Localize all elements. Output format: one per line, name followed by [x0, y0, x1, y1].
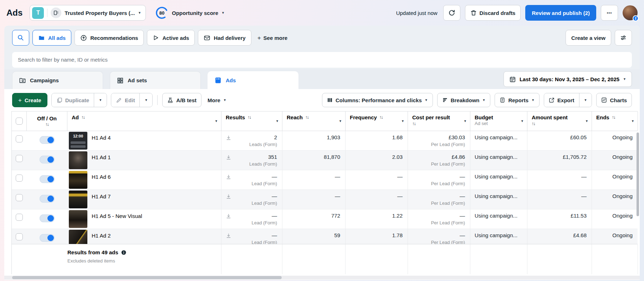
- see-more-button[interactable]: + See more: [257, 35, 287, 41]
- charts-button[interactable]: Charts: [596, 93, 632, 107]
- ad-thumbnail[interactable]: [69, 191, 87, 208]
- column-menu-caret[interactable]: ▼: [339, 120, 342, 123]
- column-header-ends[interactable]: Ends ↑↓ ▼: [592, 111, 638, 131]
- ad-thumbnail[interactable]: 12:00: [69, 132, 87, 150]
- info-icon[interactable]: [121, 250, 127, 255]
- ab-test-button[interactable]: A/B test: [162, 93, 201, 107]
- row-checkbox[interactable]: [16, 175, 23, 182]
- filter-chip-had-delivery[interactable]: Had delivery: [198, 30, 251, 46]
- filter-chip-active-ads[interactable]: Active ads: [147, 30, 195, 46]
- ad-thumbnail[interactable]: [69, 230, 87, 244]
- column-menu-caret[interactable]: ▼: [276, 120, 279, 123]
- budget-value[interactable]: Using campaign...: [475, 232, 522, 239]
- ad-name[interactable]: H1 Ad 2: [92, 230, 111, 239]
- horizontal-scrollbar[interactable]: [12, 276, 282, 279]
- ad-thumbnail[interactable]: [69, 151, 87, 169]
- reports-button[interactable]: Reports ▼: [495, 93, 540, 107]
- row-checkbox[interactable]: [16, 155, 23, 162]
- row-checkbox[interactable]: [16, 135, 23, 142]
- row-checkbox[interactable]: [16, 233, 23, 240]
- sort-icon[interactable]: ↑↓: [379, 114, 383, 120]
- edit-button[interactable]: Edit: [111, 93, 139, 107]
- budget-value[interactable]: Using campaign...: [475, 212, 522, 219]
- sort-icon[interactable]: ↑↓: [305, 114, 308, 120]
- budget-value[interactable]: Using campaign...: [475, 153, 522, 161]
- ad-on-off-toggle[interactable]: [40, 234, 55, 242]
- download-results-icon[interactable]: [226, 173, 231, 180]
- sort-icon[interactable]: ↑↓: [247, 114, 251, 120]
- column-header-ad[interactable]: Ad ↑↓ ▼: [67, 111, 221, 131]
- duplicate-button[interactable]: Duplicate: [52, 93, 94, 107]
- column-header-budget[interactable]: Budget Ad set ▼: [470, 111, 527, 131]
- column-menu-caret[interactable]: ▼: [464, 120, 467, 123]
- cost-per-result-value: —: [412, 212, 465, 219]
- discard-drafts-button[interactable]: Discard drafts: [465, 5, 521, 21]
- sort-icon[interactable]: ↑↓: [412, 121, 415, 126]
- column-menu-caret[interactable]: ▼: [631, 120, 634, 123]
- tab-ads[interactable]: Ads: [208, 71, 298, 89]
- column-menu-caret[interactable]: ▼: [585, 120, 588, 123]
- column-header-frequency[interactable]: Frequency ↑↓ ▼: [346, 111, 408, 131]
- tab-ad-sets[interactable]: Ad sets: [110, 71, 201, 89]
- edit-caret-button[interactable]: ▼: [139, 93, 152, 107]
- columns-button[interactable]: Columns: Performance and clicks ▼: [322, 93, 433, 107]
- ad-on-off-toggle[interactable]: [40, 156, 55, 163]
- sort-icon[interactable]: ↑↓: [81, 114, 85, 120]
- sort-icon[interactable]: ↑↓: [532, 121, 535, 126]
- ad-on-off-toggle[interactable]: [40, 214, 55, 222]
- ad-thumbnail[interactable]: [69, 210, 87, 228]
- ad-on-off-toggle[interactable]: [40, 175, 55, 183]
- ad-name[interactable]: H1 Ad 5 - New Visual: [92, 210, 142, 219]
- budget-value[interactable]: Using campaign...: [475, 134, 522, 141]
- sort-icon[interactable]: ↑↓: [612, 114, 615, 120]
- column-menu-caret[interactable]: ▼: [521, 120, 524, 123]
- column-header-results[interactable]: Results ↑↓ ▼: [221, 111, 282, 131]
- row-checkbox[interactable]: [16, 194, 23, 201]
- ad-on-off-toggle[interactable]: [40, 195, 55, 203]
- column-menu-caret[interactable]: ▼: [215, 120, 218, 123]
- download-results-icon[interactable]: [226, 232, 231, 239]
- view-settings-button[interactable]: [615, 30, 632, 46]
- opportunity-score-menu[interactable]: 80 Opportunity score ▼: [155, 6, 225, 20]
- export-caret-button[interactable]: ▼: [579, 93, 592, 107]
- review-and-publish-button[interactable]: Review and publish (2): [525, 5, 596, 21]
- ad-name[interactable]: H1 Ad 6: [92, 171, 111, 180]
- filter-chip-recommendations[interactable]: Recommendations: [75, 30, 144, 46]
- ad-on-off-toggle[interactable]: [40, 136, 55, 144]
- filter-chip-all-ads[interactable]: All ads: [32, 30, 71, 46]
- column-header-off-on[interactable]: Off / On ↑↓: [27, 111, 67, 131]
- download-results-icon[interactable]: [226, 134, 231, 141]
- ad-name[interactable]: H1 Ad 7: [92, 191, 111, 199]
- column-header-reach[interactable]: Reach ↑↓ ▼: [282, 111, 346, 131]
- ad-name[interactable]: H1 Ad 4: [92, 132, 111, 141]
- column-header-cost-per-result[interactable]: Cost per result ↑↓ ▼: [408, 111, 470, 131]
- download-results-icon[interactable]: [226, 193, 231, 199]
- breakdown-button[interactable]: Breakdown ▼: [437, 93, 491, 107]
- user-avatar[interactable]: f: [623, 5, 638, 20]
- duplicate-caret-button[interactable]: ▼: [94, 93, 107, 107]
- create-a-view-button[interactable]: Create a view: [566, 30, 611, 46]
- tab-campaigns[interactable]: Campaigns: [12, 71, 103, 89]
- search-input[interactable]: [12, 52, 632, 68]
- search-filter-button[interactable]: [12, 30, 29, 46]
- account-selector[interactable]: T Trusted Property Buyers (... ▼: [30, 5, 146, 21]
- sort-icon[interactable]: ↑↓: [45, 121, 48, 127]
- refresh-button[interactable]: [443, 5, 460, 21]
- column-menu-caret[interactable]: ▼: [401, 120, 404, 123]
- select-all-checkbox[interactable]: [16, 118, 23, 125]
- budget-value[interactable]: Using campaign...: [475, 193, 522, 200]
- more-options-button[interactable]: •••: [601, 5, 618, 21]
- create-button[interactable]: + Create: [12, 93, 47, 107]
- vertical-scrollbar[interactable]: [637, 132, 639, 216]
- download-results-icon[interactable]: [226, 153, 231, 160]
- budget-value[interactable]: Using campaign...: [475, 173, 522, 180]
- date-range-selector[interactable]: Last 30 days: Nov 3, 2025 – Dec 2, 2025 …: [504, 71, 632, 87]
- ad-thumbnail[interactable]: [69, 171, 87, 189]
- ad-name[interactable]: H1 Ad 1: [92, 151, 111, 160]
- row-checkbox[interactable]: [16, 214, 23, 221]
- download-results-icon[interactable]: [226, 212, 231, 219]
- column-header-amount-spent[interactable]: Amount spent ↑↓ ▼: [527, 111, 592, 131]
- results-type: Lead (Form): [234, 200, 277, 207]
- more-button[interactable]: More ▼: [205, 93, 229, 107]
- export-button[interactable]: Export: [544, 93, 579, 107]
